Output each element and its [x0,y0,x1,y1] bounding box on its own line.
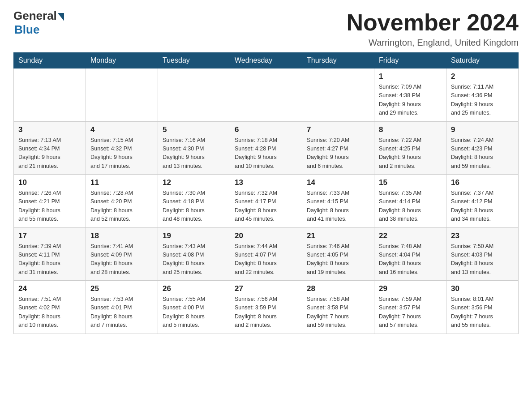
calendar-cell: 18Sunrise: 7:41 AMSunset: 4:09 PMDayligh… [86,227,158,281]
calendar-header-row: SundayMondayTuesdayWednesdayThursdayFrid… [14,53,519,68]
calendar-cell: 2Sunrise: 7:11 AMSunset: 4:36 PMDaylight… [446,68,519,122]
calendar-cell: 16Sunrise: 7:37 AMSunset: 4:12 PMDayligh… [446,175,519,228]
logo-blue-text: Blue [14,23,39,37]
day-info: Sunrise: 7:43 AMSunset: 4:08 PMDaylight:… [163,242,225,277]
day-number: 13 [235,178,297,187]
calendar-table: SundayMondayTuesdayWednesdayThursdayFrid… [13,52,519,334]
day-info: Sunrise: 7:13 AMSunset: 4:34 PMDaylight:… [18,136,81,171]
day-number: 4 [90,125,153,134]
day-number: 5 [163,125,225,134]
calendar-cell: 28Sunrise: 7:58 AMSunset: 3:58 PMDayligh… [302,281,374,334]
day-info: Sunrise: 7:37 AMSunset: 4:12 PMDaylight:… [451,189,514,224]
day-number: 24 [18,284,81,293]
day-header-monday: Monday [86,53,158,68]
logo-top: General [13,9,64,23]
day-info: Sunrise: 7:35 AMSunset: 4:14 PMDaylight:… [379,189,442,224]
day-number: 1 [379,72,442,81]
day-info: Sunrise: 7:55 AMSunset: 4:00 PMDaylight:… [163,295,225,330]
calendar-week-row: 3Sunrise: 7:13 AMSunset: 4:34 PMDaylight… [14,121,519,175]
calendar-cell: 1Sunrise: 7:09 AMSunset: 4:38 PMDaylight… [374,68,446,122]
day-info: Sunrise: 7:39 AMSunset: 4:11 PMDaylight:… [18,242,81,277]
calendar-cell: 13Sunrise: 7:32 AMSunset: 4:17 PMDayligh… [230,175,302,228]
day-header-saturday: Saturday [446,53,519,68]
day-number: 27 [235,284,297,293]
day-number: 3 [18,125,81,134]
title-section: November 2024 Warrington, England, Unite… [347,9,519,48]
calendar-cell: 26Sunrise: 7:55 AMSunset: 4:00 PMDayligh… [158,281,230,334]
calendar-cell: 10Sunrise: 7:26 AMSunset: 4:21 PMDayligh… [14,175,86,228]
day-info: Sunrise: 8:01 AMSunset: 3:56 PMDaylight:… [451,295,514,330]
day-number: 19 [163,231,225,240]
day-info: Sunrise: 7:09 AMSunset: 4:38 PMDaylight:… [379,83,442,118]
calendar-cell: 24Sunrise: 7:51 AMSunset: 4:02 PMDayligh… [14,281,86,334]
day-number: 28 [307,284,369,293]
day-info: Sunrise: 7:53 AMSunset: 4:01 PMDaylight:… [90,295,153,330]
logo-general-text: General [13,9,57,23]
day-info: Sunrise: 7:11 AMSunset: 4:36 PMDaylight:… [451,83,514,118]
day-number: 8 [379,125,442,134]
calendar-cell: 25Sunrise: 7:53 AMSunset: 4:01 PMDayligh… [86,281,158,334]
day-number: 10 [18,178,81,187]
day-info: Sunrise: 7:16 AMSunset: 4:30 PMDaylight:… [163,136,225,171]
day-info: Sunrise: 7:22 AMSunset: 4:25 PMDaylight:… [379,136,442,171]
logo: General Blue [13,9,64,37]
calendar-cell: 11Sunrise: 7:28 AMSunset: 4:20 PMDayligh… [86,175,158,228]
day-number: 25 [90,284,153,293]
calendar-cell: 6Sunrise: 7:18 AMSunset: 4:28 PMDaylight… [230,121,302,175]
calendar-week-row: 10Sunrise: 7:26 AMSunset: 4:21 PMDayligh… [14,175,519,228]
calendar-cell: 30Sunrise: 8:01 AMSunset: 3:56 PMDayligh… [446,281,519,334]
calendar-cell: 20Sunrise: 7:44 AMSunset: 4:07 PMDayligh… [230,227,302,281]
calendar-cell: 23Sunrise: 7:50 AMSunset: 4:03 PMDayligh… [446,227,519,281]
page-header: General Blue November 2024 Warrington, E… [13,9,519,48]
day-info: Sunrise: 7:26 AMSunset: 4:21 PMDaylight:… [18,189,81,224]
day-number: 2 [451,72,514,81]
day-info: Sunrise: 7:20 AMSunset: 4:27 PMDaylight:… [307,136,369,171]
calendar-cell: 27Sunrise: 7:56 AMSunset: 3:59 PMDayligh… [230,281,302,334]
day-info: Sunrise: 7:48 AMSunset: 4:04 PMDaylight:… [379,242,442,277]
day-info: Sunrise: 7:59 AMSunset: 3:57 PMDaylight:… [379,295,442,330]
day-number: 30 [451,284,514,293]
day-info: Sunrise: 7:41 AMSunset: 4:09 PMDaylight:… [90,242,153,277]
calendar-cell: 8Sunrise: 7:22 AMSunset: 4:25 PMDaylight… [374,121,446,175]
calendar-week-row: 17Sunrise: 7:39 AMSunset: 4:11 PMDayligh… [14,227,519,281]
calendar-cell: 29Sunrise: 7:59 AMSunset: 3:57 PMDayligh… [374,281,446,334]
day-number: 16 [451,178,514,187]
calendar-cell: 14Sunrise: 7:33 AMSunset: 4:15 PMDayligh… [302,175,374,228]
day-info: Sunrise: 7:18 AMSunset: 4:28 PMDaylight:… [235,136,297,171]
day-number: 15 [379,178,442,187]
day-number: 20 [235,231,297,240]
calendar-cell: 9Sunrise: 7:24 AMSunset: 4:23 PMDaylight… [446,121,519,175]
calendar-week-row: 1Sunrise: 7:09 AMSunset: 4:38 PMDaylight… [14,68,519,122]
calendar-cell: 5Sunrise: 7:16 AMSunset: 4:30 PMDaylight… [158,121,230,175]
day-info: Sunrise: 7:58 AMSunset: 3:58 PMDaylight:… [307,295,369,330]
calendar-week-row: 24Sunrise: 7:51 AMSunset: 4:02 PMDayligh… [14,281,519,334]
day-info: Sunrise: 7:51 AMSunset: 4:02 PMDaylight:… [18,295,81,330]
day-info: Sunrise: 7:50 AMSunset: 4:03 PMDaylight:… [451,242,514,277]
day-number: 29 [379,284,442,293]
day-number: 6 [235,125,297,134]
calendar-cell: 17Sunrise: 7:39 AMSunset: 4:11 PMDayligh… [14,227,86,281]
day-number: 22 [379,231,442,240]
calendar-cell: 22Sunrise: 7:48 AMSunset: 4:04 PMDayligh… [374,227,446,281]
day-info: Sunrise: 7:33 AMSunset: 4:15 PMDaylight:… [307,189,369,224]
day-header-sunday: Sunday [14,53,86,68]
day-number: 26 [163,284,225,293]
day-number: 12 [163,178,225,187]
day-info: Sunrise: 7:15 AMSunset: 4:32 PMDaylight:… [90,136,153,171]
calendar-cell [14,68,86,122]
day-header-wednesday: Wednesday [230,53,302,68]
day-info: Sunrise: 7:28 AMSunset: 4:20 PMDaylight:… [90,189,153,224]
calendar-cell: 3Sunrise: 7:13 AMSunset: 4:34 PMDaylight… [14,121,86,175]
calendar-cell [86,68,158,122]
calendar-cell: 12Sunrise: 7:30 AMSunset: 4:18 PMDayligh… [158,175,230,228]
day-info: Sunrise: 7:56 AMSunset: 3:59 PMDaylight:… [235,295,297,330]
day-number: 7 [307,125,369,134]
day-number: 21 [307,231,369,240]
month-title: November 2024 [347,9,519,36]
day-number: 17 [18,231,81,240]
day-number: 11 [90,178,153,187]
day-info: Sunrise: 7:30 AMSunset: 4:18 PMDaylight:… [163,189,225,224]
location-subtitle: Warrington, England, United Kingdom [347,38,519,48]
calendar-cell [158,68,230,122]
logo-arrow-icon [58,13,64,21]
